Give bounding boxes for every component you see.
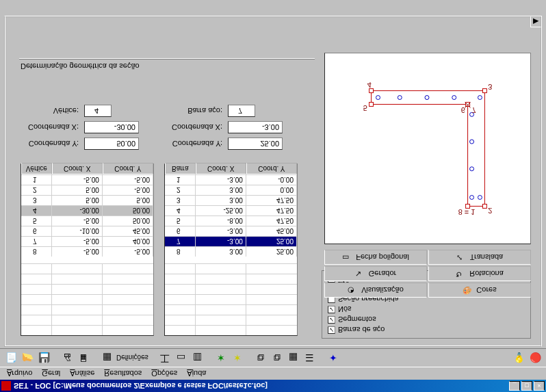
- table-row[interactable]: 6-10.0045.00: [21, 226, 153, 236]
- svg-point-7: [478, 196, 482, 200]
- status-rule: [19, 58, 315, 60]
- table-row[interactable]: 83.0025.00: [165, 246, 297, 257]
- col-coordy[interactable]: Coord. Y: [246, 163, 297, 174]
- svg-point-12: [452, 96, 456, 100]
- toolbar: 📄 📂 💾 🖨 🖩 ▦ Definições 工 ▭ ▥ ✶ ✶ ⧉ ⧉ ▦ ☰…: [0, 348, 546, 367]
- coordx-label: Coordenada X:: [163, 123, 228, 131]
- btn-visualizacao[interactable]: ◔Visualização: [324, 283, 427, 298]
- chk-nos[interactable]: ✓: [328, 306, 335, 313]
- tool-exit-icon[interactable]: 🔴: [528, 351, 542, 365]
- svg-rect-0: [466, 204, 470, 208]
- tool-section-icon[interactable]: ▭: [174, 351, 188, 365]
- btn-rotaciona[interactable]: ↻Rotaciona: [428, 266, 531, 281]
- palette-icon: 🎨: [463, 285, 472, 295]
- tool-chart3-icon[interactable]: ▦: [287, 351, 300, 365]
- svg-point-15: [470, 167, 474, 171]
- barra-input[interactable]: [228, 105, 255, 117]
- col-coordx[interactable]: Coord. X: [196, 163, 246, 174]
- col-coordx[interactable]: Coord. X: [52, 163, 103, 174]
- tool-help-icon[interactable]: 💡: [512, 351, 525, 365]
- table-row[interactable]: 1-3.00-0.00: [165, 174, 297, 185]
- menu-ajuda[interactable]: Ajuda: [183, 369, 210, 378]
- barra-coordy-input[interactable]: [228, 138, 283, 150]
- tool-grid-icon[interactable]: ▦: [100, 351, 114, 365]
- svg-point-9: [376, 96, 380, 100]
- scroll-right-button[interactable]: ▶: [530, 16, 541, 27]
- eye-icon: ◔: [348, 285, 357, 295]
- tool-save-icon[interactable]: 💾: [37, 351, 51, 365]
- vertice-coordx-input[interactable]: [84, 121, 139, 133]
- svg-rect-4: [369, 102, 374, 106]
- chk-segmentos[interactable]: ✓: [328, 316, 335, 324]
- menu-arquivo[interactable]: Arquivo: [3, 369, 36, 378]
- polygon-icon: ▭: [342, 252, 352, 262]
- opt-label: Nós: [338, 306, 352, 314]
- vertices-grid[interactable]: 8-5.00-5.007-5.0040.006-10.0045.005-5.00…: [21, 164, 154, 336]
- app-icon: [1, 381, 11, 391]
- vertice-input[interactable]: [84, 105, 112, 117]
- opt-label: Segmentos: [338, 316, 376, 324]
- svg-point-8: [478, 96, 482, 100]
- tool-chart4-icon[interactable]: ☰: [303, 351, 317, 365]
- coordy-label: Coordenada Y:: [163, 140, 228, 148]
- window-title: SET - FOC [C:/Meus documentos 2/Exemplos…: [14, 382, 509, 390]
- tool-tree1-icon[interactable]: ✶: [214, 351, 228, 365]
- vertice-label: Vértice:: [19, 107, 84, 115]
- tool-ibeam-icon[interactable]: 工: [158, 351, 172, 365]
- btn-translada[interactable]: ⤢Translada: [428, 250, 531, 265]
- table-row[interactable]: 5-8.0047.50: [165, 215, 297, 226]
- menu-geral[interactable]: Geral: [38, 369, 64, 378]
- table-row[interactable]: 33.0047.50: [165, 195, 297, 205]
- title-bar: SET - FOC [C:/Meus documentos 2/Exemplos…: [0, 380, 546, 392]
- btn-fecha-poligonal[interactable]: ▭Fecha poligonal: [324, 250, 427, 265]
- tool-tree2-icon[interactable]: ✶: [231, 351, 244, 365]
- tool-definicoes[interactable]: Definições: [116, 351, 148, 365]
- svg-point-6: [470, 196, 474, 200]
- table-row[interactable]: 23.000.00: [165, 185, 297, 195]
- barra-label: Barra aço:: [163, 107, 228, 115]
- table-row[interactable]: 6-3.0045.00: [165, 226, 297, 236]
- close-button[interactable]: ×: [534, 381, 545, 391]
- col-vertice[interactable]: Vértice: [21, 163, 52, 174]
- tool-chart2-icon[interactable]: ⧉: [270, 351, 284, 365]
- table-row[interactable]: 7-3.0025.00: [165, 236, 297, 246]
- col-coordy[interactable]: Coord. Y: [103, 163, 153, 174]
- btn-cores[interactable]: 🎨Cores: [428, 283, 531, 298]
- maximize-button[interactable]: □: [521, 381, 532, 391]
- tool-list-icon[interactable]: ▥: [191, 351, 205, 365]
- table-row[interactable]: 4-30.0050.00: [21, 205, 153, 215]
- minimize-button[interactable]: _: [509, 381, 520, 391]
- menu-analise[interactable]: Análise: [66, 369, 99, 378]
- svg-text:4: 4: [367, 81, 372, 89]
- translate-icon: ⤢: [456, 252, 466, 262]
- table-row[interactable]: 1-5.00-5.00: [21, 174, 153, 185]
- table-row[interactable]: 7-5.0040.00: [21, 236, 153, 246]
- tool-chart1-icon[interactable]: ⧉: [254, 351, 268, 365]
- svg-text:3: 3: [488, 83, 492, 91]
- col-barra[interactable]: Barra: [165, 163, 196, 174]
- table-row[interactable]: 25.00-5.00: [21, 185, 153, 195]
- table-row[interactable]: 5-5.0050.00: [21, 215, 153, 226]
- vertice-coordy-input[interactable]: [84, 138, 139, 150]
- tool-print-icon[interactable]: 🖨: [60, 351, 74, 365]
- table-row[interactable]: 4-25.0047.50: [165, 205, 297, 215]
- svg-point-14: [470, 140, 474, 144]
- opt-label: Barras de aço: [338, 326, 385, 335]
- table-row[interactable]: 8-5.00-5.00: [21, 246, 153, 257]
- barra-coordx-input[interactable]: [228, 121, 283, 133]
- tool-calc-icon[interactable]: 🖩: [77, 351, 90, 365]
- tool-new-icon[interactable]: 📄: [4, 351, 18, 365]
- btn-gerador[interactable]: ↘Gerador: [324, 266, 427, 281]
- table-row[interactable]: 35.005.00: [21, 195, 153, 205]
- menu-resultados[interactable]: Resultados: [100, 369, 146, 378]
- svg-rect-5: [466, 102, 470, 106]
- chk-barras-aco[interactable]: ✓: [328, 326, 335, 334]
- svg-text:7: 7: [472, 106, 476, 114]
- section-canvas[interactable]: 8 = 1 2 3 4 5 6 7: [324, 53, 531, 244]
- svg-rect-1: [482, 204, 486, 208]
- barras-grid[interactable]: 83.0025.007-3.0025.006-3.0045.005-8.0047…: [164, 164, 298, 336]
- tool-target-icon[interactable]: ✦: [326, 351, 340, 365]
- tool-open-icon[interactable]: 📂: [21, 351, 34, 365]
- svg-point-11: [425, 96, 429, 100]
- menu-opcoes[interactable]: Opções: [147, 369, 181, 378]
